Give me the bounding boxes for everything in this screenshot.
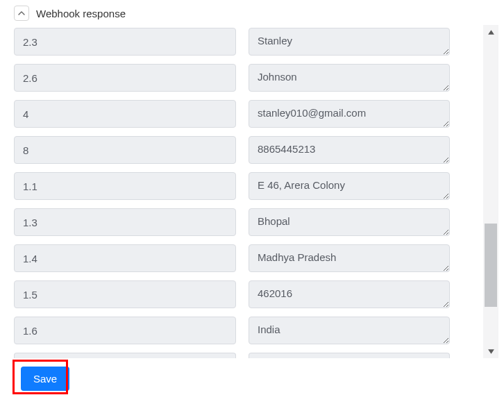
key-input[interactable]	[14, 353, 236, 358]
section-title: Webhook response	[36, 8, 126, 19]
scroll-area: Stanley Johnson stanley010@gmail.com 886…	[0, 25, 504, 358]
mapping-row: Stanley	[14, 28, 490, 56]
value-textarea[interactable]: 462016	[249, 280, 450, 308]
scrollbar-up-button[interactable]	[483, 25, 498, 39]
section-header: Webhook response	[0, 0, 504, 25]
value-textarea[interactable]: Madhya Pradesh	[249, 244, 450, 272]
key-input[interactable]	[14, 64, 236, 92]
key-input[interactable]	[14, 28, 236, 56]
value-textarea[interactable]: India	[249, 317, 450, 344]
key-input[interactable]	[14, 172, 236, 200]
mapping-row: Johnson	[14, 64, 490, 92]
value-textarea[interactable]: Johnson	[249, 64, 450, 92]
mapping-row	[14, 353, 490, 358]
mapping-row: India	[14, 317, 490, 344]
mapping-row: 462016	[14, 280, 490, 308]
triangle-down-icon	[487, 348, 495, 355]
value-textarea[interactable]: Bhopal	[249, 208, 450, 236]
key-input[interactable]	[14, 317, 236, 344]
rows-container: Stanley Johnson stanley010@gmail.com 886…	[0, 28, 504, 358]
key-input[interactable]	[14, 100, 236, 128]
chevron-up-icon	[18, 10, 25, 17]
mapping-row: Madhya Pradesh	[14, 244, 490, 272]
key-input[interactable]	[14, 280, 236, 308]
key-input[interactable]	[14, 136, 236, 164]
mapping-row: stanley010@gmail.com	[14, 100, 490, 128]
triangle-up-icon	[487, 28, 495, 36]
scrollbar-down-button[interactable]	[483, 344, 498, 358]
value-textarea[interactable]: Stanley	[249, 28, 450, 56]
mapping-row: Bhopal	[14, 208, 490, 236]
value-textarea[interactable]	[249, 353, 450, 358]
save-button[interactable]: Save	[21, 367, 69, 391]
collapse-toggle-button[interactable]	[14, 6, 29, 21]
value-textarea[interactable]: 8865445213	[249, 136, 450, 164]
scrollbar-track[interactable]	[483, 25, 498, 358]
scrollbar-thumb[interactable]	[485, 224, 497, 307]
key-input[interactable]	[14, 244, 236, 272]
key-input[interactable]	[14, 208, 236, 236]
value-textarea[interactable]: E 46, Arera Colony	[249, 172, 450, 200]
value-textarea[interactable]: stanley010@gmail.com	[249, 100, 450, 128]
mapping-row: 8865445213	[14, 136, 490, 164]
footer: Save	[0, 358, 504, 391]
mapping-row: E 46, Arera Colony	[14, 172, 490, 200]
